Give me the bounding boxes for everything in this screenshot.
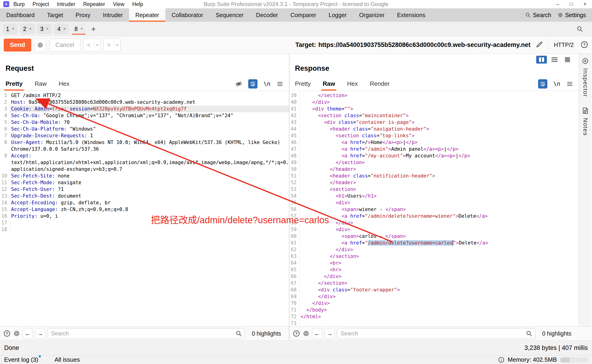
code-segment: </div> <box>336 247 353 252</box>
search-next-button[interactable]: → <box>35 328 45 339</box>
code-segment <box>300 227 336 232</box>
tab-logger[interactable]: Logger <box>322 8 353 22</box>
menu-icon[interactable] <box>566 80 573 87</box>
help-icon[interactable] <box>3 330 11 337</box>
tab-organizer[interactable]: Organizer <box>353 8 391 22</box>
response-tab-pretty[interactable]: Pretty <box>295 77 311 91</box>
tab-sequencer[interactable]: Sequencer <box>209 8 250 22</box>
chevron-down-icon[interactable]: ▾ <box>94 43 100 47</box>
code-segment: href <box>350 146 362 152</box>
menu-project[interactable]: Project <box>33 1 49 7</box>
code-segment: <div <box>312 106 327 112</box>
next-request-button[interactable]: > ▾ <box>103 39 120 52</box>
menu-intruder[interactable]: Intruder <box>57 1 75 7</box>
close-icon[interactable]: × <box>29 26 32 31</box>
close-icon[interactable]: × <box>46 26 49 31</box>
response-search-input[interactable] <box>337 328 535 339</box>
notes-icon[interactable] <box>582 107 589 114</box>
code-segment: application/signed-exchange;v=b3;q=0.7 <box>11 166 122 172</box>
tab-search-button[interactable] <box>576 26 589 32</box>
tab-target[interactable]: Target <box>41 8 69 22</box>
request-editor[interactable]: 1GET /admin HTTP/22Host: 0a54001903755b5… <box>0 91 289 326</box>
tab-decoder[interactable]: Decoder <box>250 8 284 22</box>
response-tab-raw[interactable]: Raw <box>323 77 335 91</box>
response-tab-render[interactable]: Render <box>370 77 390 91</box>
add-tab-button[interactable]: + <box>88 25 99 33</box>
sidebar-item-notes[interactable]: Notes <box>582 118 589 136</box>
code-text: Accept: <box>10 153 32 159</box>
protocol-help-button[interactable] <box>577 41 588 49</box>
send-button[interactable]: Send <box>4 39 31 52</box>
gear-icon[interactable] <box>302 330 310 337</box>
settings-button[interactable]: Settings <box>555 12 588 19</box>
layout-single-button[interactable] <box>562 56 573 64</box>
code-text: Sec-Fetch-Dest: document <box>10 193 81 199</box>
tab-extensions[interactable]: Extensions <box>391 8 432 22</box>
menu-burp[interactable]: Burp <box>13 1 25 7</box>
protocol-selector[interactable]: HTTP/2 <box>554 42 574 48</box>
global-search-button[interactable]: Search <box>523 12 553 19</box>
search-prev-button[interactable]: ← <box>23 328 33 339</box>
search-prev-button[interactable]: ← <box>312 328 322 339</box>
repeater-tab-3[interactable]: 3× <box>37 24 52 34</box>
code-line: 68 <div class="footer-wrapper"> <box>289 286 579 293</box>
event-log-button[interactable]: Event log (3) <box>4 356 40 363</box>
newline-toggle[interactable]: \n <box>553 80 560 87</box>
code-text: <br> <box>299 260 341 266</box>
repeater-tab-2[interactable]: 2× <box>20 24 35 34</box>
search-next-button[interactable]: → <box>325 328 335 339</box>
response-tab-hex[interactable]: Hex <box>347 77 358 91</box>
close-icon[interactable]: × <box>12 26 14 31</box>
help-icon[interactable] <box>293 330 300 337</box>
request-tab-hex[interactable]: Hex <box>59 77 69 91</box>
all-issues-button[interactable]: All issues <box>54 356 80 363</box>
menu-help[interactable]: Help <box>132 1 143 7</box>
repeater-tab-4[interactable]: 4× <box>54 24 69 34</box>
prev-request-button[interactable]: < ▾ <box>83 39 100 52</box>
maximize-button[interactable]: □ <box>570 1 573 7</box>
layout-rows-button[interactable] <box>549 56 560 64</box>
hide-nonprintable-icon[interactable] <box>235 80 242 87</box>
code-text: </section> <box>299 253 359 260</box>
tab-intruder[interactable]: Intruder <box>97 8 129 22</box>
sidebar-item-inspector[interactable]: Inspector <box>582 68 589 97</box>
word-wrap-button[interactable] <box>248 79 258 89</box>
code-segment <box>300 240 341 246</box>
word-wrap-button[interactable] <box>538 79 547 89</box>
request-search-input[interactable] <box>48 328 245 339</box>
menu-view[interactable]: View <box>113 1 124 7</box>
gear-icon[interactable] <box>13 330 20 337</box>
code-text: </div> <box>299 246 353 253</box>
tab-proxy[interactable]: Proxy <box>69 8 97 22</box>
menu-icon[interactable] <box>276 80 283 87</box>
close-icon[interactable]: × <box>63 26 66 31</box>
code-text: <a href="/admin">Admin panel</a><p>|</p> <box>299 146 459 153</box>
status-text: Done <box>4 344 19 351</box>
response-editor[interactable]: 39 </section>40 </div>41 <div theme="">4… <box>289 91 579 326</box>
code-line: 6Sec-Ch-Ua-Platform: "Windows" <box>0 126 289 132</box>
code-text: Host: 0a54001903755b528086c63d000c00c9.w… <box>10 99 195 106</box>
close-icon[interactable]: × <box>80 26 83 31</box>
repeater-tab-1[interactable]: 1× <box>3 24 18 34</box>
inspector-icon[interactable] <box>582 58 589 65</box>
code-text: </div> <box>299 220 353 226</box>
request-tab-raw[interactable]: Raw <box>35 77 47 91</box>
layout-columns-button[interactable] <box>536 56 547 64</box>
layout-buttons <box>536 56 573 64</box>
close-button[interactable]: × <box>583 1 586 7</box>
tab-comparer[interactable]: Comparer <box>284 8 322 22</box>
repeater-tab-8[interactable]: 8× <box>71 24 86 34</box>
menu-repeater[interactable]: Repeater <box>83 1 105 7</box>
tab-collaborator[interactable]: Collaborator <box>166 8 209 22</box>
minimize-button[interactable]: – <box>556 1 559 7</box>
request-tab-pretty[interactable]: Pretty <box>6 77 23 91</box>
edit-target-button[interactable] <box>536 41 543 49</box>
cancel-button[interactable]: Cancel <box>49 39 80 52</box>
chevron-down-icon[interactable]: ▾ <box>114 43 120 47</box>
code-segment: </span> <box>386 234 406 239</box>
selected-text: /admin/delete?username=carlos <box>368 240 453 246</box>
send-settings-button[interactable] <box>34 39 46 52</box>
newline-toggle[interactable]: \n <box>264 80 270 87</box>
tab-repeater[interactable]: Repeater <box>129 8 166 22</box>
tab-dashboard[interactable]: Dashboard <box>0 8 41 22</box>
